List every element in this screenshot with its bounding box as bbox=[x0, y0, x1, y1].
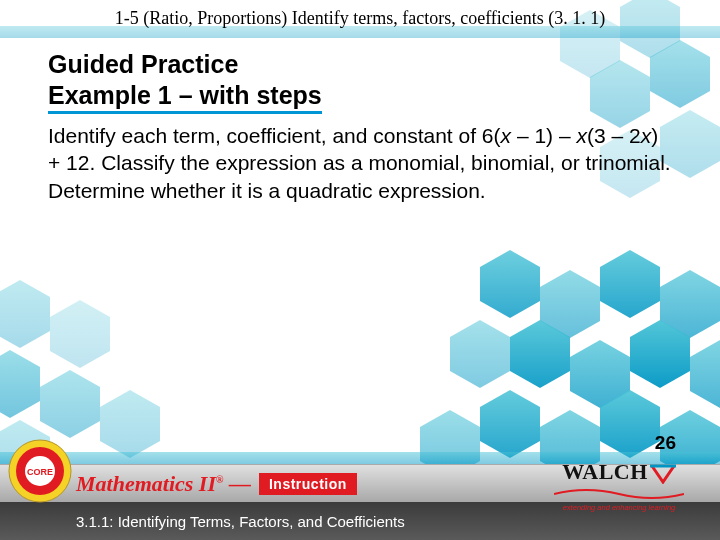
footer-subtitle: 3.1.1: Identifying Terms, Factors, and C… bbox=[76, 513, 405, 530]
course-title: Mathematics II® — bbox=[76, 471, 251, 497]
walch-logo: WALCH extending and enhancing learning bbox=[554, 459, 684, 512]
slide-title: 1-5 (Ratio, Proportions) Identify terms,… bbox=[0, 8, 720, 29]
footer: CORE Mathematics II® — Instruction WALCH… bbox=[0, 464, 720, 540]
walch-wave-icon bbox=[554, 489, 684, 499]
footer-top-bar: CORE Mathematics II® — Instruction WALCH… bbox=[0, 464, 720, 502]
heading-line2: Example 1 – with steps bbox=[48, 81, 322, 114]
course-title-text: Mathematics II bbox=[76, 471, 216, 496]
content-area: Guided Practice Example 1 – with steps I… bbox=[48, 50, 676, 204]
seal-core-text: CORE bbox=[27, 467, 53, 477]
walch-tagline: extending and enhancing learning bbox=[554, 503, 684, 512]
heading-line1: Guided Practice bbox=[48, 50, 676, 79]
body-text: Identify each term, coefficient, and con… bbox=[48, 122, 676, 204]
common-core-seal: CORE bbox=[8, 439, 72, 503]
instruction-label: Instruction bbox=[259, 473, 357, 495]
dash: — bbox=[223, 471, 251, 496]
walch-name: WALCH bbox=[554, 459, 684, 485]
page-number: 26 bbox=[655, 432, 676, 454]
